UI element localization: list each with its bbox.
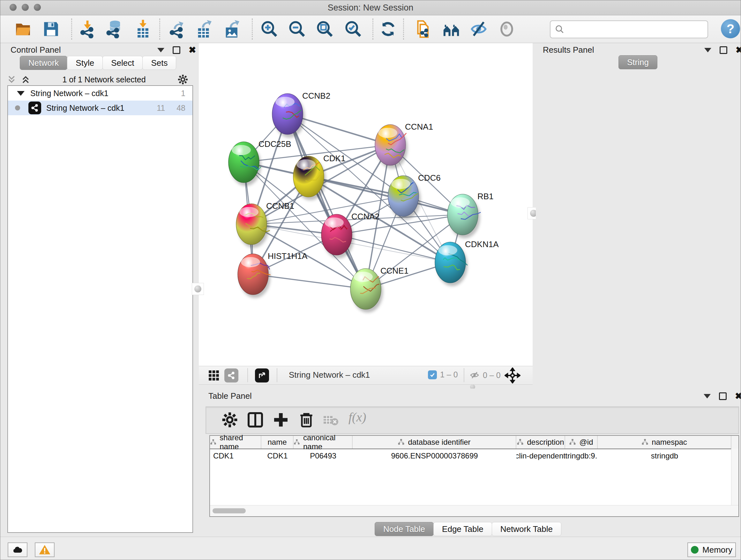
control-panel-tabs: NetworkStyleSelectSets	[20, 56, 176, 70]
table-cell[interactable]: stringdb	[598, 449, 731, 462]
open-session-icon[interactable]	[14, 20, 32, 38]
save-session-icon[interactable]	[42, 20, 60, 38]
column-header-namespac[interactable]: namespac	[598, 436, 731, 449]
collapse-all-icon[interactable]	[7, 75, 17, 84]
pan-crosshair-icon[interactable]	[504, 368, 521, 383]
tab-edge-table[interactable]: Edge Table	[433, 522, 492, 536]
import-network-from-file-icon[interactable]	[78, 20, 97, 38]
table-cell[interactable]: cyclin-dependent ...	[516, 449, 565, 462]
float-panel-icon[interactable]	[719, 392, 727, 400]
show-all-icon[interactable]	[497, 20, 516, 38]
column-header-canonical-name[interactable]: canonical name	[293, 436, 353, 449]
float-panel-icon[interactable]	[720, 46, 727, 54]
hidden-count-widget: 0 – 0	[469, 370, 501, 380]
help-icon[interactable]: ?	[721, 19, 740, 38]
node-label-CCNE1: CCNE1	[381, 266, 408, 275]
left-splitter-handle[interactable]	[192, 283, 204, 295]
column-header-description[interactable]: description	[516, 436, 565, 449]
node-CCNB2[interactable]: CCNB2	[272, 91, 330, 138]
tab-select[interactable]: Select	[103, 56, 143, 70]
delete-table-icon[interactable]	[322, 411, 339, 429]
import-table-from-file-icon[interactable]	[134, 20, 152, 38]
cloud-icon	[12, 544, 23, 556]
close-panel-icon[interactable]: ✖	[736, 47, 741, 53]
title-bar: Session: New Session	[0, 0, 741, 15]
node-CCNA1[interactable]: CCNA1	[375, 122, 433, 169]
column-label: namespac	[652, 438, 687, 447]
table-cell[interactable]: stringdb:9...	[565, 449, 598, 462]
tab-node-table[interactable]: Node Table	[375, 522, 434, 536]
hidden-eye-icon[interactable]	[469, 370, 480, 380]
column-header-shared-name[interactable]: shared name	[210, 436, 261, 449]
tab-network-table[interactable]: Network Table	[492, 522, 561, 536]
function-builder-icon[interactable]: f(x)	[348, 410, 366, 425]
collapse-panel-icon[interactable]	[704, 394, 711, 398]
network-column-icon	[517, 439, 524, 446]
table-options-gear-icon[interactable]	[221, 411, 239, 429]
node-CCNA2[interactable]: CCNA2	[321, 212, 380, 258]
table-cell[interactable]: P06493	[293, 449, 353, 462]
node-HIST1H1A[interactable]: HIST1H1A	[238, 251, 308, 298]
delete-column-icon[interactable]	[297, 411, 315, 429]
grid-view-icon[interactable]	[208, 369, 220, 381]
close-panel-icon[interactable]: ✖	[189, 47, 196, 53]
network-view-icon[interactable]	[224, 368, 239, 382]
selected-checkbox-icon[interactable]	[428, 370, 437, 379]
table-cell[interactable]: 9606.ENSP00000378699	[353, 449, 516, 462]
memory-button[interactable]: Memory	[687, 543, 736, 557]
table-cell[interactable]: CDK1	[261, 449, 293, 462]
column-header-name[interactable]: name	[261, 436, 293, 449]
tab-string[interactable]: String	[618, 55, 657, 69]
node-CDC6[interactable]: CDC6	[388, 173, 441, 220]
column-header-@id[interactable]: @id	[565, 436, 598, 449]
table-body: CDK1CDK1P064939606.ENSP00000378699cyclin…	[210, 449, 738, 462]
node-RB1[interactable]: RB1	[448, 192, 494, 238]
first-neighbors-icon[interactable]	[442, 20, 461, 38]
node-label-CDC25B: CDC25B	[259, 139, 291, 149]
node-CDKN1A[interactable]: CDKN1A	[435, 240, 499, 286]
tab-sets[interactable]: Sets	[142, 56, 176, 70]
tab-network[interactable]: Network	[20, 56, 67, 70]
table-row[interactable]: CDK1CDK1P064939606.ENSP00000378699cyclin…	[210, 449, 738, 462]
table-toolbar: f(x)	[205, 407, 739, 434]
search-input[interactable]	[568, 24, 708, 34]
detach-view-icon[interactable]	[255, 368, 269, 382]
network-options-gear-icon[interactable]	[177, 74, 189, 85]
network-row-selected[interactable]: String Network – cdk1 11 48	[8, 101, 192, 115]
node-CCNB1[interactable]: CCNB1	[236, 201, 294, 248]
column-header-database-identifier[interactable]: database identifier	[353, 436, 516, 449]
hide-selected-icon[interactable]	[469, 20, 488, 38]
network-graph[interactable]: CCNB2CCNA1CDC25BCDK1CDC6RB1CCNB1CCNA2CDK…	[199, 43, 533, 366]
new-network-from-selection-icon[interactable]	[413, 20, 432, 38]
warning-status-button[interactable]	[35, 543, 55, 557]
collection-expander-icon[interactable]	[17, 91, 24, 96]
show-columns-icon[interactable]	[246, 411, 264, 429]
edge-CCNB2-CCNE1[interactable]	[287, 114, 366, 289]
cloud-status-button[interactable]	[8, 543, 27, 557]
expand-all-icon[interactable]	[21, 75, 31, 84]
add-column-icon[interactable]	[272, 411, 290, 429]
network-collection-row[interactable]: String Network – cdk1 1	[8, 86, 192, 101]
node-CCNE1[interactable]: CCNE1	[350, 266, 408, 313]
table-horizontal-scrollbar[interactable]	[210, 505, 738, 516]
float-panel-icon[interactable]	[173, 46, 180, 54]
export-network-icon[interactable]	[167, 20, 186, 38]
zoom-selected-icon[interactable]	[344, 20, 362, 38]
network-canvas[interactable]: CCNB2CCNA1CDC25BCDK1CDC6RB1CCNB1CCNA2CDK…	[199, 43, 533, 366]
table-cell[interactable]: CDK1	[210, 449, 261, 462]
collapse-panel-icon[interactable]	[704, 48, 711, 52]
collapse-panel-icon[interactable]	[157, 48, 164, 52]
scrollbar-thumb[interactable]	[212, 508, 246, 513]
zoom-out-icon[interactable]	[288, 20, 307, 38]
export-table-icon[interactable]	[195, 20, 213, 38]
fit-content-icon[interactable]	[316, 20, 334, 38]
node-CDK1[interactable]: CDK1	[293, 153, 345, 200]
node-label-HIST1H1A: HIST1H1A	[268, 251, 308, 261]
export-image-icon[interactable]	[223, 20, 241, 38]
import-network-from-database-icon[interactable]	[105, 20, 124, 38]
table-vertical-scrollbar[interactable]	[731, 449, 738, 505]
tab-style[interactable]: Style	[67, 56, 103, 70]
refresh-icon[interactable]	[379, 20, 397, 38]
close-panel-icon[interactable]: ✖	[735, 393, 741, 399]
zoom-in-icon[interactable]	[260, 20, 279, 38]
